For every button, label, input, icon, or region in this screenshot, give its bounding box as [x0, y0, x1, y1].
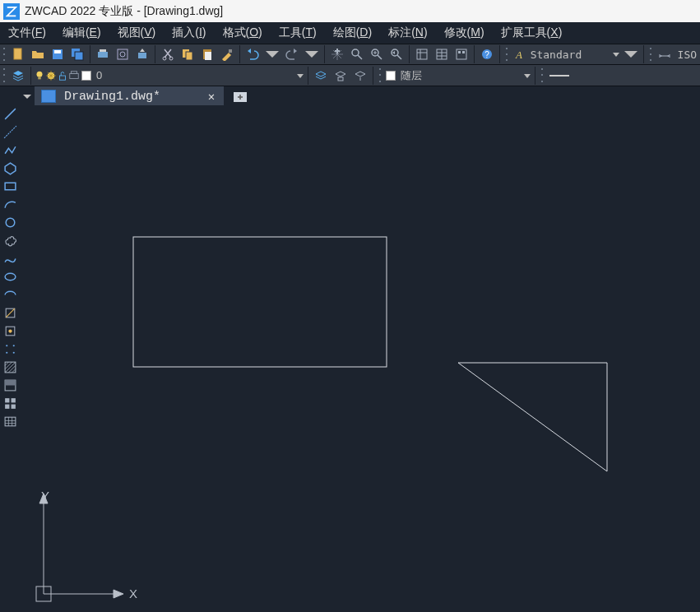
menu-draw[interactable]: 绘图(D)	[325, 22, 380, 44]
grip-icon[interactable]	[648, 45, 653, 63]
svg-rect-53	[11, 398, 15, 402]
table-tool-icon[interactable]	[2, 414, 18, 429]
match-props-icon[interactable]	[218, 45, 236, 63]
layer-previous-icon[interactable]	[312, 67, 330, 85]
menu-tools[interactable]: 工具(T)	[271, 22, 325, 44]
menu-annotate[interactable]: 标注(N)	[380, 22, 435, 44]
grip-icon[interactable]	[378, 67, 382, 85]
svg-rect-24	[462, 51, 465, 53]
spline-tool-icon[interactable]	[2, 251, 18, 266]
properties-icon[interactable]	[413, 45, 431, 63]
svg-line-37	[5, 109, 16, 119]
new-file-icon[interactable]	[9, 45, 27, 63]
design-center-icon[interactable]	[433, 45, 451, 63]
svg-rect-9	[138, 53, 146, 58]
layer-dropdown[interactable]: 0	[34, 67, 305, 85]
help-icon[interactable]: ?	[478, 45, 496, 63]
grip-icon[interactable]	[2, 67, 7, 85]
menu-edit[interactable]: 编辑(E)	[54, 22, 109, 44]
svg-rect-23	[458, 51, 461, 53]
svg-rect-4	[75, 52, 83, 60]
pan-icon[interactable]	[328, 45, 346, 63]
layer-color-swatch	[81, 71, 91, 81]
svg-rect-31	[60, 76, 66, 80]
window-title: ZWCAD 2022 专业版 - [Drawing1.dwg]	[25, 4, 223, 19]
cut-icon[interactable]	[159, 45, 177, 63]
menu-insert[interactable]: 插入(I)	[164, 22, 214, 44]
construction-line-icon[interactable]	[2, 124, 18, 139]
region-tool-icon[interactable]	[2, 396, 18, 410]
redo-icon[interactable]	[283, 45, 301, 63]
app-icon	[3, 3, 20, 20]
document-tab[interactable]: Drawing1.dwg* ✕	[35, 86, 224, 106]
close-tab-icon[interactable]: ✕	[206, 90, 217, 102]
plot-icon	[68, 70, 80, 81]
paste-icon[interactable]	[198, 45, 216, 63]
ellipse-tool-icon[interactable]	[2, 269, 18, 284]
saveall-icon[interactable]	[68, 45, 86, 63]
menu-view[interactable]: 视图(V)	[109, 22, 165, 44]
grip-icon[interactable]	[504, 45, 509, 63]
dimstyle-icon[interactable]	[656, 45, 674, 63]
drawn-triangle	[458, 363, 607, 471]
print-preview-icon[interactable]	[114, 45, 132, 63]
layer-iso-icon[interactable]	[351, 67, 369, 85]
make-block-icon[interactable]	[2, 323, 18, 338]
menu-format[interactable]: 格式(O)	[215, 22, 271, 44]
publish-icon[interactable]	[133, 45, 151, 63]
textstyle-icon[interactable]: A	[512, 45, 530, 63]
hatch-tool-icon[interactable]	[2, 359, 18, 374]
ucs-icon	[36, 494, 123, 601]
svg-point-45	[6, 345, 7, 346]
gradient-tool-icon[interactable]	[2, 378, 18, 392]
textstyle-dropdown[interactable]: Standard	[531, 45, 621, 63]
line-tool-icon[interactable]	[2, 106, 18, 121]
polyline-tool-icon[interactable]	[2, 142, 18, 157]
grip-icon[interactable]	[540, 67, 545, 85]
svg-rect-13	[186, 52, 192, 60]
arc-tool-icon[interactable]	[2, 197, 18, 211]
svg-rect-22	[457, 49, 466, 59]
lock-open-icon	[57, 70, 68, 81]
polygon-tool-icon[interactable]	[2, 160, 18, 175]
menu-modify[interactable]: 修改(M)	[436, 22, 493, 44]
svg-rect-52	[5, 398, 9, 402]
tab-title: Drawing1.dwg*	[64, 90, 160, 104]
insert-block-icon[interactable]	[2, 305, 18, 320]
rectangle-tool-icon[interactable]	[2, 178, 18, 193]
menu-file[interactable]: 文件(F)	[0, 22, 54, 44]
layer-manager-icon[interactable]	[9, 67, 27, 85]
print-icon[interactable]	[94, 45, 112, 63]
grip-icon[interactable]	[2, 45, 7, 63]
new-tab-button[interactable]	[229, 86, 252, 106]
revcloud-tool-icon[interactable]	[2, 233, 18, 248]
svg-rect-39	[5, 183, 16, 190]
circle-tool-icon[interactable]	[2, 215, 18, 230]
drawing-canvas[interactable]: Y X	[21, 105, 700, 612]
open-file-icon[interactable]	[29, 45, 47, 63]
color-bylayer-dropdown[interactable]: 随层	[384, 67, 532, 85]
svg-rect-54	[5, 404, 9, 408]
layer-states-icon[interactable]	[331, 67, 350, 85]
textstyle-dropdown-arrow-icon[interactable]	[622, 45, 640, 63]
svg-point-47	[6, 351, 7, 353]
svg-rect-2	[54, 50, 61, 53]
undo-dropdown-icon[interactable]	[263, 45, 281, 63]
tool-palette-icon[interactable]	[452, 45, 471, 63]
document-tabbar: Drawing1.dwg* ✕	[0, 86, 700, 106]
redo-dropdown-icon[interactable]	[303, 45, 321, 63]
undo-icon[interactable]	[243, 45, 262, 63]
svg-text:?: ?	[484, 50, 489, 59]
tab-list-dropdown-icon[interactable]	[20, 86, 35, 106]
menu-extensions[interactable]: 扩展工具(X)	[493, 22, 571, 44]
ellipse-arc-icon[interactable]	[2, 287, 18, 302]
point-tool-icon[interactable]	[2, 341, 18, 356]
menubar: 文件(F) 编辑(E) 视图(V) 插入(I) 格式(O) 工具(T) 绘图(D…	[0, 22, 700, 44]
save-icon[interactable]	[49, 45, 67, 63]
copy-icon[interactable]	[178, 45, 197, 63]
zoom-window-icon[interactable]	[368, 45, 386, 63]
svg-point-40	[6, 218, 15, 227]
zoom-realtime-icon[interactable]	[348, 45, 366, 63]
zoom-previous-icon[interactable]	[387, 45, 406, 63]
linetype-bylayer-dropdown[interactable]	[546, 72, 700, 79]
